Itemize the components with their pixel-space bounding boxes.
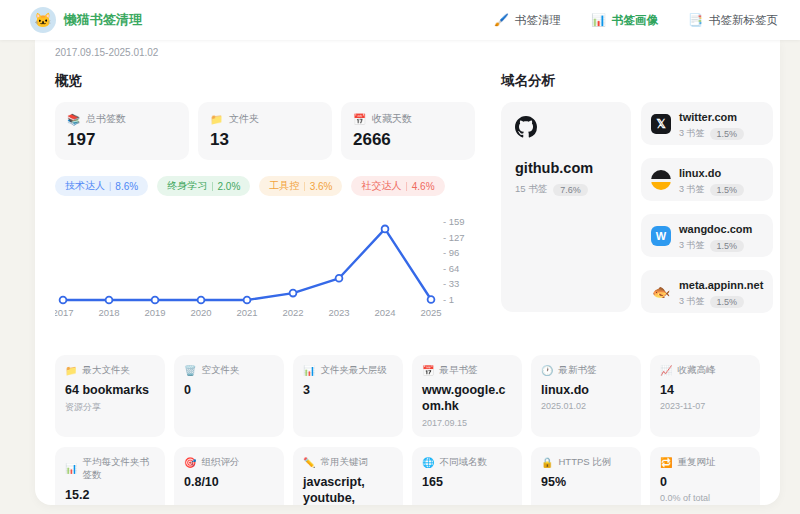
- nav-label: 书签清理: [515, 13, 561, 28]
- detail-label: 组织评分: [201, 456, 239, 469]
- stat-label: 收藏天数: [372, 112, 412, 126]
- tag-pill: 技术达人|8.6%: [55, 176, 148, 196]
- detail-card: 🌐不同域名数165: [412, 447, 522, 506]
- featured-domain-card[interactable]: github.com 15 书签 7.6%: [501, 102, 631, 312]
- bar-chart-icon: 📊: [65, 463, 77, 474]
- detail-value: 14: [660, 382, 750, 398]
- nav-bookmark-newtab[interactable]: 📑书签新标签页: [688, 13, 778, 28]
- detail-label: 空文件夹: [201, 364, 239, 377]
- y-tick-label: - 127: [443, 232, 465, 243]
- detail-card: 📊文件夹最大层级3: [293, 355, 403, 437]
- stat-value: 13: [210, 130, 320, 150]
- detail-sub: 2017.09.15: [422, 418, 512, 428]
- stat-label: 总书签数: [86, 112, 126, 126]
- featured-domain-count: 15 书签: [515, 183, 547, 196]
- fish-icon: 🐟: [651, 282, 671, 302]
- x-tick-label: 2020: [190, 307, 211, 318]
- detail-value: javascript, youtube, telegram: [303, 474, 393, 506]
- data-point: [106, 297, 113, 304]
- detail-label: 重复网址: [677, 456, 715, 469]
- domain-count: 3 书签: [679, 239, 705, 252]
- pencil-icon: ✏️: [303, 457, 315, 468]
- domain-card[interactable]: 🐟meta.appinn.net3 书签1.5%: [641, 270, 773, 313]
- domain-card[interactable]: linux.do3 书签1.5%: [641, 158, 773, 201]
- columns: 概览 📚总书签数197📁文件夹13📅收藏天数2666 技术达人|8.6%终身学习…: [55, 68, 760, 331]
- app-header: 🐱 懒猫书签清理 🖌️书签清理📊书签画像📑书签新标签页: [0, 0, 800, 40]
- tag-percent: 2.0%: [217, 181, 240, 192]
- tag-pills: 技术达人|8.6%终身学习|2.0%工具控|3.6%社交达人|4.6%: [55, 176, 475, 196]
- app-logo-cat-icon: 🐱: [30, 7, 56, 33]
- domain-card[interactable]: 𝕏twitter.com3 书签1.5%: [641, 102, 773, 145]
- tag-label: 社交达人: [361, 179, 401, 193]
- x-tick-label: 2025: [420, 307, 441, 318]
- detail-card: 🗑️空文件夹0: [174, 355, 284, 437]
- tag-label: 工具控: [269, 179, 299, 193]
- trend-line: [63, 229, 431, 300]
- detail-card: 🎯组织评分0.8/10: [174, 447, 284, 506]
- tag-divider: |: [405, 181, 407, 191]
- bar-chart-icon: 📊: [591, 13, 606, 27]
- nav-bookmark-portrait[interactable]: 📊书签画像: [591, 13, 658, 28]
- detail-card: 🔒HTTPS 比例95%: [531, 447, 641, 506]
- domain-analysis-section: 域名分析 github.com 15 书签 7.6% 𝕏twitter.com3…: [501, 68, 773, 331]
- calendar-icon: 📅: [422, 365, 434, 376]
- detail-label: 不同域名数: [439, 456, 487, 469]
- books-icon: 📚: [67, 113, 80, 126]
- tag-percent: 8.6%: [115, 181, 138, 192]
- detail-value: 0: [184, 382, 274, 398]
- detail-value: linux.do: [541, 382, 631, 398]
- tag-divider: |: [303, 181, 305, 191]
- detail-sub: 资源分享: [65, 401, 155, 414]
- detail-value: www.google.com.hk: [422, 382, 512, 415]
- x-tick-label: 2018: [98, 307, 119, 318]
- featured-domain-name: github.com: [515, 160, 617, 176]
- detail-value: 95%: [541, 474, 631, 490]
- globe-icon: 🌐: [422, 457, 434, 468]
- x-tick-label: 2023: [328, 307, 349, 318]
- detail-value: 0: [660, 474, 750, 490]
- detail-value: 64 bookmarks: [65, 382, 155, 398]
- y-tick-label: - 33: [443, 278, 459, 289]
- stat-card: 📚总书签数197: [55, 102, 189, 160]
- folder-icon: 📁: [210, 113, 223, 126]
- main-card: 2017.09.15-2025.01.02 概览 📚总书签数197📁文件夹13📅…: [35, 40, 780, 505]
- tag-divider: |: [109, 181, 111, 191]
- folder-icon: 📁: [65, 365, 77, 376]
- detail-card: 📁最大文件夹64 bookmarks资源分享: [55, 355, 165, 437]
- target-icon: 🎯: [184, 457, 196, 468]
- y-tick-label: - 1: [443, 294, 454, 305]
- x-twitter-icon: 𝕏: [651, 114, 671, 134]
- nav-bookmark-cleanup[interactable]: 🖌️书签清理: [494, 13, 561, 28]
- overview-stats: 📚总书签数197📁文件夹13📅收藏天数2666: [55, 102, 475, 160]
- stat-value: 2666: [353, 130, 463, 150]
- detail-value: 15.2: [65, 487, 155, 503]
- detail-label: 最新书签: [558, 364, 596, 377]
- domain-name: twitter.com: [679, 111, 737, 123]
- brand: 🐱 懒猫书签清理: [30, 7, 142, 33]
- domain-percent: 1.5%: [710, 184, 745, 196]
- tag-divider: |: [211, 181, 213, 191]
- data-point: [198, 297, 205, 304]
- detail-card: 📅最早书签www.google.com.hk2017.09.15: [412, 355, 522, 437]
- data-point: [382, 226, 389, 233]
- y-tick-label: - 64: [443, 263, 459, 274]
- github-icon: [515, 124, 537, 141]
- domain-count: 3 书签: [679, 183, 705, 196]
- tag-percent: 3.6%: [310, 181, 333, 192]
- clock-icon: 🕐: [541, 365, 553, 376]
- domain-name: wangdoc.com: [679, 223, 752, 235]
- detail-label: HTTPS 比例: [558, 456, 611, 469]
- top-nav: 🖌️书签清理📊书签画像📑书签新标签页: [494, 13, 778, 28]
- tag-pill: 社交达人|4.6%: [351, 176, 444, 196]
- calendar-icon: 📅: [353, 113, 366, 126]
- domain-card[interactable]: Wwangdoc.com3 书签1.5%: [641, 214, 773, 257]
- detail-sub: 0.0% of total: [660, 493, 750, 503]
- domain-percent: 1.5%: [710, 128, 745, 140]
- domain-percent: 1.5%: [710, 240, 745, 252]
- detail-sub: 2025.01.02: [541, 401, 631, 411]
- repeat-icon: 🔁: [660, 457, 672, 468]
- stat-value: 197: [67, 130, 177, 150]
- linuxdo-icon: [651, 170, 671, 190]
- detail-label: 文件夹最大层级: [320, 364, 387, 377]
- y-tick-label: - 96: [443, 247, 459, 258]
